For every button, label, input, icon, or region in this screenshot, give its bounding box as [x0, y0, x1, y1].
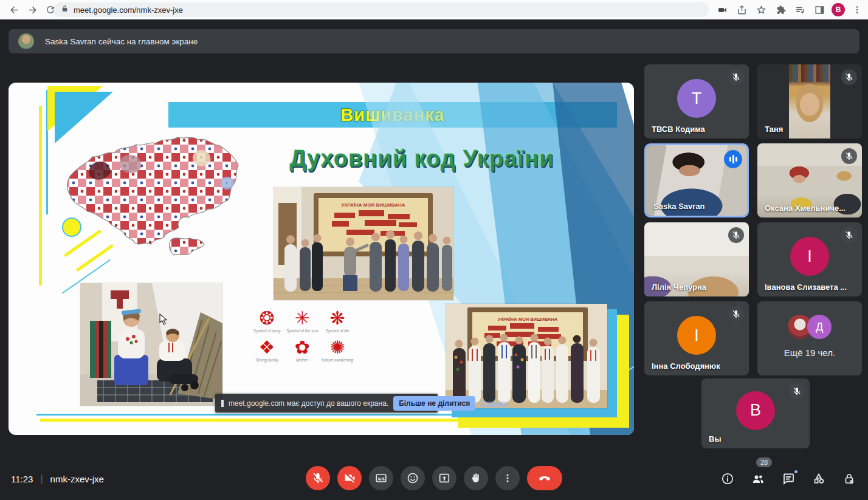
participant-tile[interactable]: Таня	[757, 64, 862, 139]
photo-children-performance	[80, 283, 222, 406]
tab-camera-in-use-icon[interactable]	[714, 1, 731, 18]
participant-name: Вы	[709, 434, 722, 443]
mic-off-icon	[789, 383, 805, 399]
symbol-cell: ❖ Strong family	[255, 338, 278, 362]
symbol-glyph: ✿	[294, 338, 309, 357]
participant-tile[interactable]: Лілія Чепурна	[644, 222, 749, 296]
symbol-glyph: ✺	[322, 338, 353, 357]
present-screen-button[interactable]	[432, 466, 456, 490]
participant-tile[interactable]: Оксана Хмельниче...	[757, 143, 862, 217]
extensions-puzzle-icon[interactable]	[772, 1, 789, 18]
presenter-avatar	[18, 33, 34, 49]
chat-icon[interactable]	[780, 471, 796, 487]
meeting-details-info-icon[interactable]	[720, 471, 735, 487]
raise-hand-button[interactable]	[464, 466, 488, 490]
separator: |	[40, 473, 43, 484]
participant-name: Таня	[765, 125, 783, 134]
symbol-label: Nature awakening	[322, 358, 353, 362]
participant-avatar: І	[790, 237, 829, 276]
overflow-avatars: Д	[788, 315, 832, 339]
camera-off-button[interactable]	[337, 466, 362, 490]
mic-off-button[interactable]	[306, 466, 330, 490]
symbol-cell: ✳ Symbol of the sun	[286, 309, 318, 333]
symbol-glyph: ✳	[286, 309, 318, 328]
captions-button[interactable]	[369, 466, 393, 490]
more-options-button[interactable]	[495, 466, 520, 490]
side-panel-controls: 28	[720, 471, 857, 487]
browser-profile-avatar[interactable]: B	[832, 3, 845, 16]
call-controls	[306, 466, 562, 490]
participants-count-badge: 28	[756, 457, 772, 467]
share-message: meet.google.com має доступ до вашого екр…	[229, 399, 388, 408]
media-controls-icon[interactable]	[791, 1, 808, 18]
stop-sharing-button[interactable]: Більше не ділитися	[393, 396, 475, 411]
activities-shapes-icon[interactable]	[811, 471, 827, 487]
embroidery-symbols-grid: ❂ Symbol of song ✳ Symbol of the sun ❋ S…	[249, 309, 355, 362]
participant-tile[interactable]: І Іванова Єлизавета ...	[757, 222, 862, 296]
pause-share-icon[interactable]	[221, 400, 224, 407]
participant-name: Інна Слободянюк	[652, 361, 720, 371]
participant-tile[interactable]: Т ТВСВ Кодима	[644, 64, 749, 139]
mic-off-icon	[841, 148, 857, 164]
slide-title: Вишиванка	[340, 105, 445, 125]
end-call-button[interactable]	[527, 466, 562, 490]
shared-screen-presentation: Вишиванка Духовний код України	[9, 83, 634, 435]
symbol-cell: ✿ Mother	[294, 338, 309, 362]
browser-toolbar: meet.google.com/nmk-zxev-jxe B	[0, 0, 868, 19]
symbol-cell: ❂ Symbol of song	[253, 309, 281, 333]
meeting-stage: Saska Savran сейчас на главном экране Ви…	[0, 19, 868, 500]
symbol-label: Mother	[294, 358, 309, 362]
mic-off-icon	[841, 69, 857, 85]
tapestry-caption: УКРАЇНА МОЯ ВИШИВАНА	[498, 317, 558, 322]
overflow-participants-tile[interactable]: Д Ещё 19 чел.	[757, 301, 862, 375]
mouse-cursor	[159, 313, 168, 328]
speaking-indicator-icon	[724, 150, 742, 168]
symbol-label: Strong family	[255, 358, 278, 362]
participant-tile[interactable]: І Інна Слободянюк	[644, 301, 749, 375]
presenting-banner: Saska Savran сейчас на главном экране	[9, 29, 859, 53]
participant-avatar: В	[736, 391, 775, 430]
host-controls-lock-icon[interactable]	[841, 471, 857, 487]
participant-name: Оксана Хмельниче...	[765, 204, 846, 213]
self-view-tile[interactable]: В Вы	[701, 378, 810, 448]
overflow-count-label: Ещё 19 чел.	[757, 348, 862, 358]
address-bar[interactable]: meet.google.com/nmk-zxev-jxe	[53, 2, 709, 17]
symbol-label: Symbol of the sun	[286, 329, 318, 333]
meeting-info: 11:23 | nmk-zxev-jxe	[11, 473, 104, 484]
symbol-label: Symbol of life	[325, 329, 349, 333]
side-panel-icon[interactable]	[811, 1, 828, 18]
forward-button[interactable]	[23, 1, 41, 18]
participant-name: Saska Savran	[653, 202, 705, 211]
hide-share-bar-link[interactable]: Сховати	[480, 399, 508, 408]
meeting-code: nmk-zxev-jxe	[50, 474, 104, 484]
symbol-glyph: ❂	[253, 309, 281, 328]
photo-teachers-group: УКРАЇНА МОЯ ВИШИВАНА	[446, 304, 607, 408]
chat-notification-dot	[793, 469, 799, 474]
slide-subtitle: Духовний код України	[276, 146, 568, 172]
participant-name: Лілія Чепурна	[652, 283, 706, 292]
mic-off-icon	[728, 69, 744, 85]
symbol-label: Symbol of song	[253, 329, 281, 333]
photo-excursion: УКРАЇНА МОЯ ВИШИВАНА	[274, 187, 453, 300]
symbol-cell: ✺ Nature awakening	[322, 338, 353, 362]
participants-people-icon[interactable]: 28	[750, 471, 766, 487]
back-button[interactable]	[5, 1, 23, 18]
screen-share-bar: meet.google.com має доступ до вашого екр…	[215, 394, 438, 413]
symbol-cell: ❋ Symbol of life	[325, 309, 349, 333]
decor-line	[39, 106, 42, 286]
participant-tile-active-speaker[interactable]: Saska Savran	[644, 143, 749, 217]
reactions-button[interactable]	[401, 466, 425, 490]
decor-triangle	[55, 92, 113, 143]
url-text: meet.google.com/nmk-zxev-jxe	[74, 5, 183, 15]
symbol-glyph: ❖	[255, 338, 278, 357]
bookmark-star-icon[interactable]	[753, 1, 770, 18]
share-icon[interactable]	[733, 1, 750, 18]
presenting-banner-text: Saska Savran сейчас на главном экране	[45, 37, 198, 46]
decor-circle	[62, 217, 81, 237]
site-security-lock-icon[interactable]	[61, 4, 69, 15]
google-meet-window: meet.google.com/nmk-zxev-jxe B	[0, 0, 868, 500]
striped-textile	[90, 321, 111, 378]
clock-time: 11:23	[11, 474, 33, 484]
participant-name: ТВСВ Кодима	[652, 125, 705, 134]
browser-menu-kebab-icon[interactable]	[849, 1, 866, 18]
